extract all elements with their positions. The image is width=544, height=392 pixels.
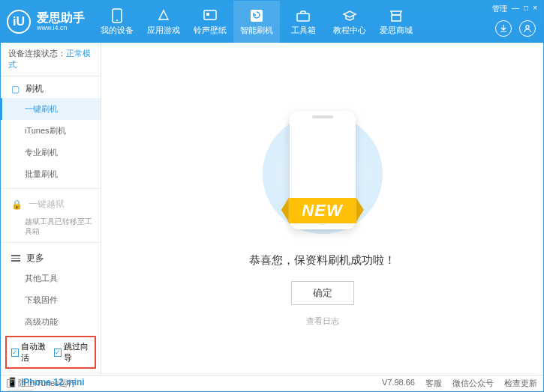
window-manage[interactable]: 管理 — [492, 4, 507, 14]
window-close[interactable]: × — [533, 4, 537, 14]
sidebar-item-advanced[interactable]: 高级功能 — [1, 311, 101, 333]
checkbox-block-itunes[interactable] — [7, 379, 15, 388]
svg-rect-5 — [297, 13, 309, 21]
block-itunes-label: 阻止iTunes运行 — [18, 378, 76, 389]
lock-icon: 🔒 — [11, 199, 23, 210]
graduation-icon — [342, 8, 357, 23]
nav-ringtone-wallpaper[interactable]: 铃声壁纸 — [187, 1, 233, 43]
sidebar-section-jailbreak[interactable]: 🔒 一键越狱 — [1, 192, 101, 214]
refresh-icon — [249, 8, 264, 23]
success-illustration: NEW — [248, 106, 398, 241]
nav-smart-flash[interactable]: 智能刷机 — [233, 1, 280, 43]
nav-apps-games[interactable]: 应用游戏 — [140, 1, 187, 43]
success-message: 恭喜您，保资料刷机成功啦！ — [249, 253, 395, 268]
user-button[interactable] — [519, 20, 536, 37]
nav-my-device[interactable]: 我的设备 — [94, 1, 140, 43]
checkbox-skip-guide[interactable]: ✓跳过向导 — [54, 341, 91, 364]
logo-area: iU 爱思助手 www.i4.cn — [1, 10, 94, 34]
sidebar-item-batch-flash[interactable]: 批量刷机 — [1, 163, 101, 185]
confirm-button[interactable]: 确定 — [291, 281, 354, 305]
download-button[interactable] — [495, 20, 512, 37]
window-maximize[interactable]: □ — [524, 4, 528, 14]
view-log-link[interactable]: 查看日志 — [306, 316, 339, 327]
version-label: V7.98.66 — [382, 378, 415, 389]
top-nav: 我的设备 应用游戏 铃声壁纸 智能刷机 工具箱 教程中心 爱思商城 — [94, 1, 419, 43]
sidebar-section-more[interactable]: 更多 — [1, 246, 101, 268]
sidebar-item-download-firmware[interactable]: 下载固件 — [1, 289, 101, 311]
toolbox-icon — [296, 8, 311, 23]
options-row: ✓自动激活 ✓跳过向导 — [5, 336, 96, 369]
menu-icon — [11, 253, 20, 263]
sidebar-section-flash[interactable]: ▢ 刷机 — [1, 76, 101, 98]
nav-store[interactable]: 爱思商城 — [373, 1, 419, 43]
window-minimize[interactable]: — — [512, 4, 519, 14]
jailbreak-moved-note: 越狱工具已转移至工具箱 — [1, 214, 101, 239]
device-status: 设备连接状态：正常模式 — [1, 43, 101, 76]
footer-link-update[interactable]: 检查更新 — [504, 378, 537, 389]
header-actions — [495, 20, 536, 37]
sidebar-item-pro-flash[interactable]: 专业刷机 — [1, 142, 101, 163]
footer-link-wechat[interactable]: 微信公众号 — [452, 378, 494, 389]
store-icon — [389, 8, 404, 23]
phone-sync-icon: ▢ — [11, 84, 20, 94]
checkbox-auto-activate[interactable]: ✓自动激活 — [11, 341, 48, 364]
wallpaper-icon — [203, 8, 218, 23]
app-header: iU 爱思助手 www.i4.cn 我的设备 应用游戏 铃声壁纸 智能刷机 工具… — [1, 1, 543, 43]
svg-rect-3 — [206, 13, 209, 16]
sidebar-item-itunes-flash[interactable]: iTunes刷机 — [1, 120, 101, 142]
window-controls: 管理 — □ × — [492, 4, 537, 14]
sidebar-item-oneclick-flash[interactable]: 一键刷机 — [1, 98, 101, 120]
app-url: www.i4.cn — [37, 25, 85, 32]
sidebar: 设备连接状态：正常模式 ▢ 刷机 一键刷机 iTunes刷机 专业刷机 批量刷机… — [1, 43, 101, 375]
app-logo-icon: iU — [7, 10, 31, 34]
new-banner: NEW — [288, 198, 356, 223]
footer-link-support[interactable]: 客服 — [425, 378, 442, 389]
apps-icon — [156, 8, 171, 23]
svg-point-7 — [526, 25, 529, 28]
nav-toolbox[interactable]: 工具箱 — [280, 1, 326, 43]
nav-tutorials[interactable]: 教程中心 — [326, 1, 373, 43]
sidebar-item-other-tools[interactable]: 其他工具 — [1, 268, 101, 289]
app-name: 爱思助手 — [37, 11, 85, 25]
svg-rect-2 — [204, 10, 216, 19]
svg-rect-6 — [392, 15, 401, 21]
phone-icon — [110, 8, 125, 23]
main-content: NEW 恭喜您，保资料刷机成功啦！ 确定 查看日志 — [101, 43, 543, 375]
svg-point-1 — [116, 19, 118, 21]
